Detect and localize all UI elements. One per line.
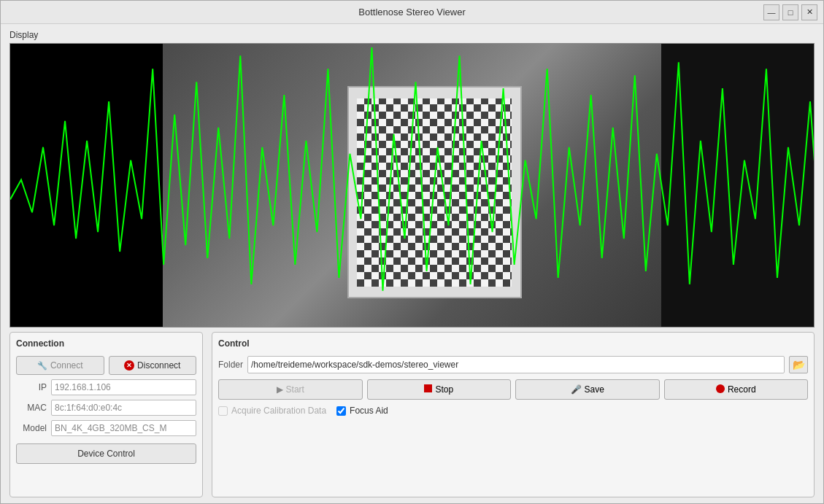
save-button[interactable]: 🎤 Save (515, 379, 660, 400)
bottom-panel: Connection 🔧 Connect ✕ Disconnect IP (9, 332, 815, 497)
acquire-calibration-item: Acquire Calibration Data (218, 406, 326, 416)
waveform-overlay (10, 44, 814, 327)
focus-aid-item: Focus Aid (336, 406, 388, 416)
ip-label: IP (16, 382, 47, 392)
mac-row: MAC (16, 400, 196, 416)
focus-aid-checkbox[interactable] (336, 406, 346, 416)
record-button[interactable]: Record (664, 379, 809, 400)
mac-input[interactable] (51, 400, 196, 416)
model-row: Model (16, 420, 196, 436)
device-control-button[interactable]: Device Control (16, 443, 196, 464)
start-button[interactable]: ▶ Start (218, 379, 363, 400)
connection-panel: Connection 🔧 Connect ✕ Disconnect IP (9, 332, 203, 497)
display-area (9, 43, 815, 327)
ip-row: IP (16, 379, 196, 395)
control-buttons: ▶ Start Stop 🎤 Save (218, 379, 808, 400)
window-title: Bottlenose Stereo Viewer (358, 7, 465, 18)
ip-input[interactable] (51, 379, 196, 395)
minimize-button[interactable]: — (763, 4, 779, 20)
model-input[interactable] (51, 420, 196, 436)
mac-label: MAC (16, 403, 47, 413)
model-label: Model (16, 423, 47, 433)
control-title: Control (218, 338, 808, 349)
control-panel: Control Folder 📂 ▶ Start (212, 332, 815, 497)
focus-aid-label: Focus Aid (350, 406, 388, 416)
folder-browse-button[interactable]: 📂 (789, 356, 808, 373)
close-button[interactable]: ✕ (801, 4, 817, 20)
main-content: Display Connection (1, 24, 823, 503)
window-controls: — □ ✕ (763, 4, 817, 20)
acquire-calibration-label: Acquire Calibration Data (231, 406, 326, 416)
disconnect-x-icon: ✕ (124, 360, 134, 371)
display-label: Display (9, 30, 815, 40)
save-icon: 🎤 (571, 384, 582, 395)
acquire-calibration-checkbox[interactable] (218, 406, 228, 416)
record-icon (716, 384, 725, 395)
stop-button[interactable]: Stop (367, 379, 512, 400)
connection-title: Connection (16, 338, 196, 349)
check-row: Acquire Calibration Data Focus Aid (218, 406, 808, 416)
connect-button[interactable]: 🔧 Connect (16, 356, 104, 375)
wrench-icon: 🔧 (37, 361, 47, 371)
display-section: Display (9, 30, 815, 327)
disconnect-button[interactable]: ✕ Disconnect (109, 356, 197, 375)
folder-row: Folder 📂 (218, 356, 808, 373)
titlebar: Bottlenose Stereo Viewer — □ ✕ (1, 1, 823, 24)
folder-icon: 📂 (793, 359, 805, 371)
folder-label: Folder (218, 360, 243, 370)
folder-input[interactable] (247, 356, 785, 373)
maximize-button[interactable]: □ (782, 4, 798, 20)
start-icon: ▶ (277, 384, 283, 395)
stop-icon (424, 384, 432, 395)
app-window: Bottlenose Stereo Viewer — □ ✕ Display (0, 0, 824, 504)
connection-buttons: 🔧 Connect ✕ Disconnect (16, 356, 196, 375)
